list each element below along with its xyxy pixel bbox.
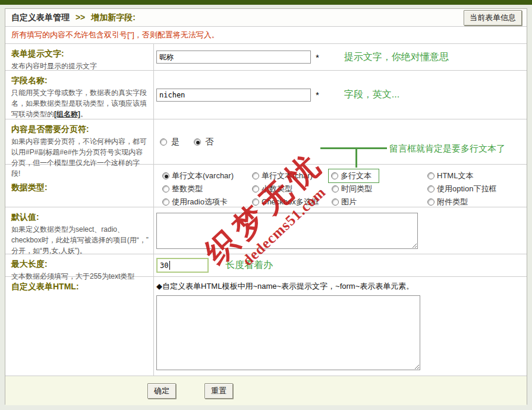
breadcrumb-separator: >> — [75, 12, 85, 22]
radio-label: 多行文本 — [341, 171, 372, 181]
datatype-option[interactable]: 使用option下拉框 — [427, 182, 527, 195]
datatype-options: 单行文本(varchar)单行文本(char)多行文本HTML文本整数类型小数类… — [156, 165, 527, 208]
row-custom-html: 自定义表单HTML: ◆自定义表单HTML模板中用~name~表示提示文字，~f… — [5, 277, 527, 376]
row-max-length: 最大长度: 文本数据必须填写，大于255为text类型 长度看着办 — [5, 254, 527, 277]
green-note: 提示文字，你绝对懂意思 — [344, 51, 449, 64]
input-cell: * 字段，英文... — [154, 71, 527, 119]
field-desc: 如果定义数据类型为select、radio、checkbox时，此处填写被选择的… — [11, 224, 149, 256]
field-label: 字段名称: — [11, 74, 149, 87]
row-pagebreak: 内容是否需要分页符: 如果内容需要分页符，不论何种内容，都可以用#P#副标题#e… — [5, 119, 527, 165]
radio-icon[interactable] — [162, 172, 169, 179]
custom-html-textarea[interactable] — [156, 295, 420, 370]
top-green-bar — [0, 0, 532, 5]
radio-icon[interactable] — [162, 185, 169, 193]
radio-icon[interactable] — [427, 198, 435, 206]
radio-label: 是 — [171, 137, 180, 147]
green-note: 字段，英文... — [344, 89, 399, 101]
datatype-option[interactable]: 时间类型 — [332, 182, 427, 195]
radio-icon[interactable] — [427, 172, 435, 179]
field-label: 表单提示文字: — [11, 48, 149, 60]
label-cell: 表单提示文字: 发布内容时显示的提示文字 — [5, 44, 154, 70]
radio-label: 附件类型 — [437, 197, 468, 207]
reset-button[interactable]: 重置 — [204, 383, 233, 399]
row-field-name: 字段名称: 只能用英文字母或数字，数据表的真实字段名，如果数据类型是联动类型，该… — [5, 71, 527, 119]
footer-bar: 确定 重置 — [5, 376, 527, 405]
datatype-option[interactable]: 多行文本 — [332, 169, 427, 182]
radio-label: 否 — [205, 137, 213, 147]
radio-icon[interactable] — [160, 138, 167, 146]
radio-icon[interactable] — [332, 185, 339, 193]
datatype-option[interactable]: 单行文本(varchar) — [162, 169, 252, 182]
radio-label: 单行文本(varchar) — [172, 171, 234, 181]
datatype-option[interactable]: 单行文本(char) — [252, 169, 332, 182]
radio-icon[interactable] — [252, 185, 259, 193]
prompt-text-input[interactable] — [156, 51, 311, 64]
page-title: 增加新字段: — [91, 12, 136, 22]
html-template-hint: ◆自定义表单HTML模板中用~name~表示提示文字，~form~表示表单元素。 — [156, 277, 527, 291]
radio-label: 时间类型 — [341, 184, 372, 194]
datatype-option[interactable]: 整数类型 — [162, 182, 252, 195]
radio-icon[interactable] — [194, 138, 201, 146]
multiline-callout-text: 留言框就肯定是要多行文本了 — [389, 143, 505, 154]
radio-label: 图片 — [341, 197, 357, 207]
row-form-prompt: 表单提示文字: 发布内容时显示的提示文字 * 提示文字，你绝对懂意思 — [5, 44, 527, 71]
radio-icon[interactable] — [162, 198, 169, 206]
label-cell: 最大长度: 文本数据必须填写，大于255为text类型 — [5, 254, 154, 276]
datatype-option[interactable]: Checkbox多选框 — [252, 195, 332, 208]
radio-label: 使用radio选项卡 — [172, 197, 228, 207]
label-cell: 内容是否需要分页符: 如果内容需要分页符，不论何种内容，都可以用#P#副标题#e… — [5, 119, 154, 164]
custom-form-panel: 自定义表单管理 >> 增加新字段: 当前表单信息 所有填写的内容不允许包含双引号… — [5, 8, 527, 405]
group-name-link[interactable]: [组名称] — [54, 110, 80, 118]
radio-icon[interactable] — [427, 185, 435, 193]
breadcrumb: 自定义表单管理 >> 增加新字段: — [11, 12, 136, 23]
datatype-cell: 单行文本(varchar)单行文本(char)多行文本HTML文本整数类型小数类… — [154, 165, 527, 207]
radio-label: Checkbox多选框 — [262, 197, 319, 207]
radio-icon[interactable] — [252, 198, 259, 206]
breadcrumb-root: 自定义表单管理 — [11, 12, 70, 22]
field-name-input[interactable] — [156, 89, 311, 102]
field-label: 内容是否需要分页符: — [11, 123, 149, 135]
required-asterisk: * — [316, 52, 319, 62]
radio-label: 使用option下拉框 — [437, 184, 496, 194]
current-form-info-button[interactable]: 当前表单信息 — [464, 10, 522, 26]
ok-button[interactable]: 确定 — [147, 383, 176, 399]
radio-label: HTML文本 — [437, 171, 473, 181]
max-length-input[interactable] — [156, 258, 209, 273]
label-cell: 数据类型: — [5, 165, 154, 207]
datatype-option[interactable]: 图片 — [332, 195, 427, 208]
datatype-option[interactable]: HTML文本 — [427, 169, 527, 182]
radio-icon[interactable] — [331, 172, 338, 179]
warning-notice: 所有填写的内容不允许包含双引号["]，否则配置将无法写入。 — [5, 27, 527, 44]
field-desc: 只能用英文字母或数字，数据表的真实字段名，如果数据类型是联动类型，该项应该填写联… — [11, 87, 149, 119]
row-default-value: 默认值: 如果定义数据类型为select、radio、checkbox时，此处填… — [5, 207, 527, 254]
radio-icon[interactable] — [332, 198, 339, 206]
field-label: 数据类型: — [11, 181, 48, 194]
field-label: 最大长度: — [11, 259, 48, 269]
datatype-option[interactable]: 附件类型 — [427, 195, 527, 208]
radio-label: 小数类型 — [262, 184, 292, 194]
textarea-cell: ◆自定义表单HTML模板中用~name~表示提示文字，~form~表示表单元素。 — [154, 277, 527, 376]
row-datatype: 数据类型: 单行文本(varchar)单行文本(char)多行文本HTML文本整… — [5, 165, 527, 207]
textarea-cell — [154, 207, 527, 254]
field-desc: 发布内容时显示的提示文字 — [11, 61, 149, 71]
required-asterisk: * — [316, 90, 319, 100]
text-caret — [169, 261, 170, 270]
label-cell: 默认值: 如果定义数据类型为select、radio、checkbox时，此处填… — [5, 207, 154, 254]
pagebreak-no-option[interactable]: 否 — [194, 137, 213, 147]
field-label: 默认值: — [11, 211, 149, 223]
radio-label: 整数类型 — [172, 184, 203, 194]
highlight-box: 多行文本 — [328, 169, 379, 183]
radio-label: 单行文本(char) — [262, 171, 313, 181]
panel-header: 自定义表单管理 >> 增加新字段: 当前表单信息 — [5, 9, 527, 27]
radio-cell: 是 否 — [154, 119, 527, 164]
datatype-option[interactable]: 使用radio选项卡 — [162, 195, 252, 208]
pagebreak-yes-option[interactable]: 是 — [160, 137, 180, 147]
max-length-wrap — [156, 258, 209, 273]
default-value-textarea[interactable] — [156, 213, 418, 249]
radio-icon[interactable] — [252, 172, 259, 179]
green-note: 长度看着办 — [225, 259, 273, 272]
label-cell: 自定义表单HTML: — [5, 277, 154, 376]
callout-line-vertical — [355, 147, 357, 168]
datatype-option[interactable]: 小数类型 — [252, 182, 332, 195]
input-cell: * 提示文字，你绝对懂意思 — [154, 44, 527, 70]
